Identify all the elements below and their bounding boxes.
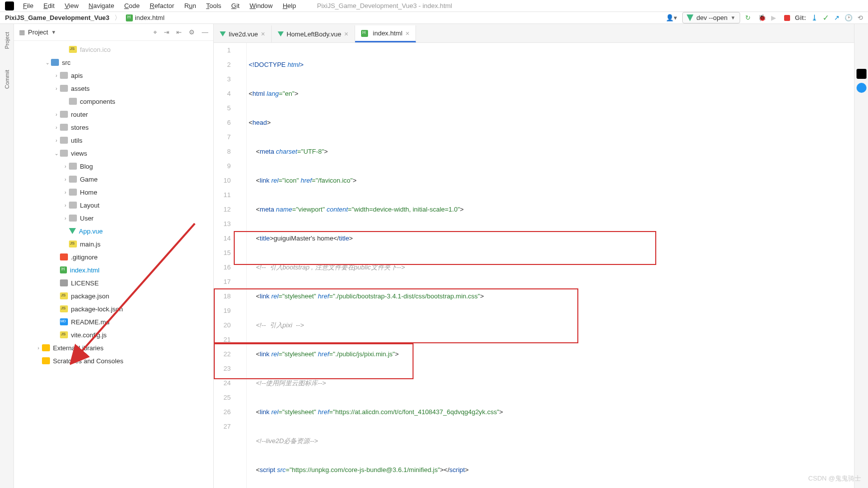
tree-item-blog[interactable]: ›Blog	[14, 160, 213, 173]
expand-all-icon[interactable]: ⇥	[164, 28, 169, 36]
code-editor[interactable]: 1234567891011121314151617181920212223242…	[214, 43, 854, 488]
tree-item-scratches[interactable]: Scratches and Consoles	[14, 354, 213, 367]
menu-run[interactable]: Run	[180, 0, 200, 11]
tab-indexhtml[interactable]: index.html×	[355, 25, 416, 42]
menu-help[interactable]: Help	[279, 0, 300, 11]
menu-git[interactable]: Git	[227, 0, 244, 11]
folder-icon	[60, 85, 68, 92]
folder-icon	[69, 215, 77, 222]
tree-item-assets[interactable]: ›assets	[14, 82, 213, 95]
library-icon	[42, 344, 50, 351]
menu-refactor[interactable]: Refactor	[146, 0, 178, 11]
menu-window[interactable]: Window	[246, 0, 277, 11]
tree-item-external-libraries[interactable]: ›External Libraries	[14, 341, 213, 354]
stop-icon[interactable]	[784, 15, 790, 21]
menu-bar: File Edit View Navigate Code Refactor Ru…	[0, 0, 868, 12]
tree-item-src[interactable]: ⌄src	[14, 56, 213, 69]
rail-project[interactable]: Project	[4, 29, 10, 52]
line-number-gutter: 1234567891011121314151617181920212223242…	[214, 43, 240, 488]
settings-icon[interactable]: ⚙	[189, 28, 195, 36]
debug-icon[interactable]: 🐞	[758, 14, 766, 22]
menu-navigate[interactable]: Navigate	[84, 0, 118, 11]
chevron-down-icon: ▼	[731, 15, 736, 20]
close-icon[interactable]: ×	[344, 30, 348, 38]
file-icon	[69, 46, 77, 53]
tree-item-favicon[interactable]: favicon.ico	[14, 43, 213, 56]
rerun-icon[interactable]: ↻	[745, 14, 753, 22]
js-file-icon	[60, 331, 68, 338]
js-file-icon	[69, 241, 77, 247]
right-tool-rail	[854, 24, 868, 488]
tree-item-packagelock[interactable]: package-lock.json	[14, 302, 213, 315]
tree-item-stores[interactable]: ›stores	[14, 121, 213, 134]
vue-icon	[220, 31, 226, 36]
json-file-icon	[60, 305, 68, 312]
tree-item-game[interactable]: ›Game	[14, 173, 213, 186]
menu-edit[interactable]: Edit	[39, 0, 58, 11]
ai-assistant-icon[interactable]	[857, 69, 867, 79]
user-icon[interactable]: 👤▾	[666, 14, 677, 21]
html-file-icon	[60, 266, 67, 273]
menu-view[interactable]: View	[60, 0, 82, 11]
folder-icon	[60, 111, 68, 118]
scratch-icon	[42, 357, 50, 364]
run-configuration-selector[interactable]: dev --open ▼	[682, 12, 740, 23]
tree-item-readme[interactable]: README.md	[14, 315, 213, 328]
html-file-icon	[126, 14, 133, 21]
tree-item-license[interactable]: LICENSE	[14, 276, 213, 289]
tab-homeleftbody[interactable]: HomeLeftBody.vue×	[272, 25, 355, 42]
tree-item-user[interactable]: ›User	[14, 212, 213, 225]
folder-icon	[60, 150, 68, 157]
git-label: Git:	[795, 14, 806, 21]
editor-area: live2d.vue× HomeLeftBody.vue× index.html…	[214, 24, 854, 488]
json-file-icon	[60, 292, 68, 299]
git-file-icon	[60, 253, 68, 260]
tree-item-home[interactable]: ›Home	[14, 186, 213, 199]
breadcrumb-file[interactable]: index.html	[126, 14, 164, 22]
code-body[interactable]: <!DOCTYPE html> <html lang="en"> <head> …	[247, 43, 854, 488]
tree-item-layout[interactable]: ›Layout	[14, 199, 213, 212]
close-icon[interactable]: ×	[261, 30, 265, 38]
fold-strip[interactable]	[240, 43, 247, 488]
menu-tools[interactable]: Tools	[202, 0, 225, 11]
collapse-all-icon[interactable]: ⇤	[176, 28, 182, 36]
folder-icon	[69, 202, 77, 209]
push-icon[interactable]: ↗	[834, 14, 840, 21]
vue-file-icon	[69, 228, 76, 234]
folder-icon	[60, 137, 68, 144]
tree-item-components[interactable]: components	[14, 95, 213, 108]
tree-item-views[interactable]: ⌄views	[14, 147, 213, 160]
hide-icon[interactable]: —	[202, 28, 208, 36]
rail-commit[interactable]: Commit	[4, 67, 10, 92]
tree-item-utils[interactable]: ›utils	[14, 134, 213, 147]
tree-item-mainjs[interactable]: main.js	[14, 238, 213, 250]
tab-live2d[interactable]: live2d.vue×	[214, 25, 272, 42]
select-opened-file-icon[interactable]: ⌖	[153, 28, 157, 36]
ide-logo-icon	[5, 1, 14, 10]
database-icon[interactable]	[857, 83, 867, 93]
tree-item-appvue[interactable]: App.vue	[14, 225, 213, 238]
tree-item-package[interactable]: package.json	[14, 289, 213, 302]
editor-tabs: live2d.vue× HomeLeftBody.vue× index.html…	[214, 24, 854, 43]
folder-icon	[69, 98, 77, 105]
commit-icon[interactable]: ✓	[823, 13, 829, 22]
text-file-icon	[60, 279, 68, 286]
window-title: PixiJS_Game_Development_Vue3 - index.htm…	[317, 2, 452, 9]
run-coverage-icon[interactable]: ▶	[771, 14, 779, 22]
history-icon[interactable]: 🕑	[845, 14, 853, 21]
tree-item-apis[interactable]: ›apis	[14, 69, 213, 82]
tree-item-indexhtml[interactable]: index.html	[14, 263, 213, 276]
project-tree[interactable]: favicon.ico ⌄src ›apis ›assets component…	[14, 41, 213, 488]
tree-item-router[interactable]: ›router	[14, 108, 213, 121]
navigation-bar: PixiJS_Game_Development_Vue3 〉 index.htm…	[0, 12, 868, 24]
tree-item-gitignore[interactable]: .gitignore	[14, 250, 213, 263]
update-project-icon[interactable]: ⤓	[811, 13, 818, 22]
close-icon[interactable]: ×	[406, 29, 410, 37]
menu-code[interactable]: Code	[120, 0, 144, 11]
project-view-selector[interactable]: ▦ Project ▼	[19, 28, 56, 36]
left-tool-rail: Project Commit Bookmarks npm Structure	[0, 24, 14, 488]
rollback-icon[interactable]: ⟲	[858, 14, 863, 21]
menu-file[interactable]: File	[19, 0, 37, 11]
breadcrumb-project[interactable]: PixiJS_Game_Development_Vue3	[5, 14, 109, 21]
tree-item-viteconfig[interactable]: vite.config.js	[14, 328, 213, 341]
